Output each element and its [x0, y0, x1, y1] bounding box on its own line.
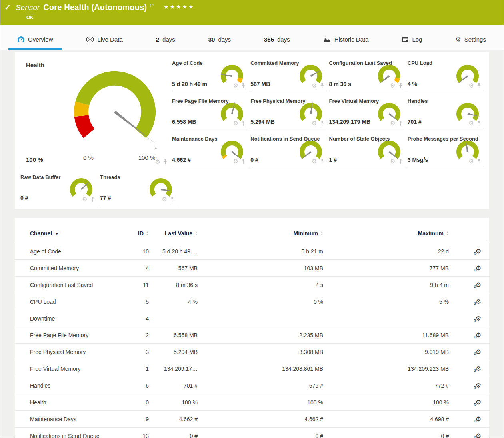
cell-last-value: 701 # — [149, 382, 198, 389]
cell-channel: Notifications in Send Queue — [15, 433, 111, 438]
gauge-settings-icon[interactable]: ⚙ — [312, 120, 317, 126]
channel-name[interactable]: Handles — [30, 382, 50, 389]
channel-name[interactable]: Downtime — [30, 315, 55, 322]
column-header-id[interactable]: ID▲▼ — [111, 230, 149, 237]
column-header-min[interactable]: Minimum▲▼ — [198, 230, 323, 237]
gauge-settings-icon[interactable]: ⚙ — [469, 158, 474, 164]
pin-icon[interactable] — [477, 159, 481, 164]
channel-settings-icon[interactable]: ⚙⚙ — [476, 299, 481, 305]
cell-maximum: 22 d — [323, 248, 449, 255]
channel-name[interactable]: Committed Memory — [30, 265, 79, 271]
pin-icon[interactable] — [170, 197, 174, 202]
gauge-settings-icon[interactable]: ⚙ — [233, 158, 238, 164]
channel-settings-icon[interactable]: ⚙⚙ — [476, 399, 481, 406]
gauge-settings-icon[interactable]: ⚙ — [233, 120, 238, 126]
channel-name[interactable]: Health — [30, 399, 46, 406]
pin-icon[interactable] — [398, 83, 403, 88]
gauge-settings-icon[interactable]: ⚙ — [233, 82, 238, 88]
channel-name[interactable]: Configuration Last Saved — [30, 282, 93, 288]
cell-id: 4 — [111, 265, 149, 271]
channel-name[interactable]: CPU Load — [30, 299, 56, 305]
column-header-max[interactable]: Maximum▲▼ — [323, 230, 449, 237]
channel-name[interactable]: Free Physical Memory — [30, 349, 86, 355]
pin-icon[interactable] — [320, 83, 324, 88]
tab-historic-data[interactable]: Historic Data — [314, 32, 378, 50]
gauge-tile-icons: ⚙ — [312, 158, 324, 164]
column-label: Maximum — [418, 230, 444, 237]
pin-icon[interactable] — [163, 159, 168, 165]
gauge-tile-icons: ⚙ — [312, 82, 324, 88]
cell-id: 3 — [111, 349, 149, 355]
tab-overview[interactable]: Overview — [8, 32, 62, 50]
pin-icon[interactable] — [320, 121, 324, 126]
tab-bar: OverviewLive Data2days30days365daysHisto… — [0, 25, 504, 50]
gauge-tile-age-of-code: Age of Code5 d 20 h 49 m⚙ — [172, 57, 248, 91]
channel-settings-icon[interactable]: ⚙⚙ — [476, 366, 481, 372]
channel-settings-icon[interactable]: ⚙⚙ — [476, 433, 481, 438]
pin-icon[interactable] — [241, 83, 246, 88]
channel-settings-icon[interactable]: ⚙⚙ — [476, 282, 481, 288]
gauge-value: 3 Msg/s — [408, 157, 428, 163]
pin-icon[interactable] — [477, 121, 481, 126]
tab-30-days[interactable]: 30days — [200, 32, 240, 50]
status-check-icon: ✓ — [4, 3, 11, 25]
gauge-tile-free-page-file-memory: Free Page File Memory6.558 MB⚙ — [172, 95, 248, 129]
pin-icon[interactable] — [477, 83, 481, 88]
tab-label: days — [277, 36, 290, 43]
cell-last-value: 5.294 MB — [149, 349, 198, 355]
channel-name[interactable]: Free Page File Memory — [30, 332, 88, 338]
column-header-channel[interactable]: Channel▼ — [15, 230, 111, 237]
gauge-settings-icon[interactable]: ⚙ — [162, 196, 167, 202]
gauge-settings-icon[interactable]: ⚙ — [155, 159, 160, 165]
pin-icon[interactable] — [398, 159, 403, 164]
channel-row-free-virtual-memory: Free Virtual Memory1134.209.17…134.208.8… — [15, 360, 489, 377]
channel-settings-icon[interactable]: ⚙⚙ — [476, 416, 481, 422]
cell-minimum: 0 # — [198, 433, 323, 438]
tab-365-days[interactable]: 365days — [255, 32, 299, 50]
priority-stars[interactable]: ★★★★★ — [164, 3, 195, 10]
gauge-tile-raw-data-buffer: Raw Data Buffer0 #⚙ — [20, 171, 97, 205]
gauge-value: 1 # — [329, 157, 337, 163]
tab-log[interactable]: Log — [393, 32, 431, 50]
cell-channel: Maintenance Days — [15, 416, 111, 422]
channel-name[interactable]: Maintenance Days — [30, 416, 76, 422]
gauge-settings-icon[interactable]: ⚙ — [390, 158, 395, 164]
gauge-settings-icon[interactable]: ⚙ — [82, 196, 88, 202]
gauge-tile-free-virtual-memory: Free Virtual Memory134.209.179 MB⚙ — [329, 95, 405, 129]
channel-settings-icon[interactable]: ⚙⚙ — [476, 315, 481, 322]
tab-label: Overview — [28, 36, 53, 43]
column-label: Minimum — [294, 230, 318, 237]
object-kind-label: Sensor — [16, 3, 40, 12]
channel-settings-icon[interactable]: ⚙⚙ — [476, 332, 481, 338]
gauge-settings-icon[interactable]: ⚙ — [312, 82, 317, 88]
channel-name[interactable]: Free Virtual Memory — [30, 366, 81, 372]
channel-row-free-physical-memory: Free Physical Memory35.294 MB3.308 MB9.9… — [15, 344, 489, 360]
channel-name[interactable]: Notifications in Send Queue — [30, 433, 100, 438]
channel-settings-icon[interactable]: ⚙⚙ — [476, 248, 481, 255]
gauge-settings-icon[interactable]: ⚙ — [469, 120, 474, 126]
bottom-gauges-row: Raw Data Buffer0 #⚙Threads77 #⚙ — [20, 171, 484, 205]
pin-icon[interactable] — [90, 197, 95, 202]
channel-row-notifications-in-send-queue: Notifications in Send Queue130 #0 #0 #⚙⚙ — [15, 428, 489, 438]
flag-icon[interactable]: ⚐ — [150, 3, 154, 8]
column-header-last[interactable]: Last Value▲▼ — [149, 230, 198, 237]
channel-name[interactable]: Age of Code — [30, 248, 61, 255]
gauge-tile-icons: ⚙ — [233, 120, 246, 126]
gauge-settings-icon[interactable]: ⚙ — [312, 158, 317, 164]
cell-maximum: 5 % — [323, 299, 449, 305]
channel-settings-icon[interactable]: ⚙⚙ — [476, 265, 481, 271]
gauge-tile-maintenance-days: Maintenance Days4.662 #⚙ — [172, 133, 248, 167]
pin-icon[interactable] — [320, 159, 324, 164]
gauge-settings-icon[interactable]: ⚙ — [469, 82, 474, 88]
pin-icon[interactable] — [398, 121, 403, 126]
gauge-settings-icon[interactable]: ⚙ — [390, 82, 395, 88]
channel-settings-icon[interactable]: ⚙⚙ — [476, 349, 481, 355]
cell-minimum: 2.235 MB — [198, 332, 323, 338]
pin-icon[interactable] — [241, 121, 246, 126]
pin-icon[interactable] — [241, 159, 246, 164]
gauge-settings-icon[interactable]: ⚙ — [390, 120, 395, 126]
tab-live-data[interactable]: Live Data — [77, 32, 131, 50]
tab-2-days[interactable]: 2days — [147, 32, 184, 50]
channel-settings-icon[interactable]: ⚙⚙ — [476, 382, 481, 389]
tab-settings[interactable]: ⚙Settings — [446, 32, 495, 50]
